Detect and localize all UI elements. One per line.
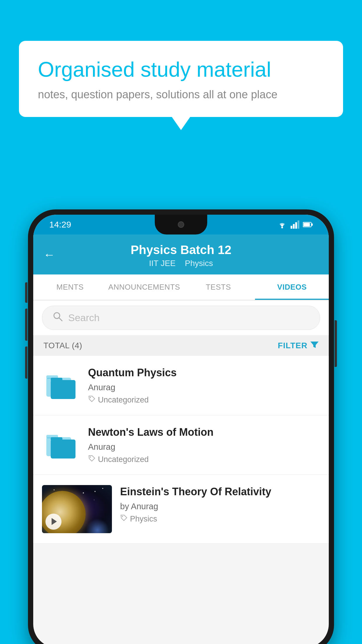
video-info-3: Einstein's Theory Of Relativity by Anura… xyxy=(120,485,320,524)
search-container: Search xyxy=(33,300,329,335)
svg-rect-19 xyxy=(51,437,62,441)
phone-frame: 14:29 xyxy=(28,209,334,644)
list-item[interactable]: Einstein's Theory Of Relativity by Anura… xyxy=(33,475,329,544)
phone-inner: 14:29 xyxy=(33,215,329,644)
video-tag-2: Uncategorized xyxy=(88,455,320,464)
folder-icon-2 xyxy=(45,428,77,461)
search-bar[interactable]: Search xyxy=(42,306,320,330)
svg-rect-4 xyxy=(298,220,299,229)
search-placeholder: Search xyxy=(68,312,100,323)
status-icons xyxy=(277,220,313,229)
tab-announcements[interactable]: ANNOUNCEMENTS xyxy=(107,274,182,300)
folder-thumb-1 xyxy=(42,366,80,404)
wifi-icon xyxy=(277,220,287,229)
header-title: Physics Batch 12 xyxy=(45,243,317,257)
svg-rect-1 xyxy=(291,226,292,229)
camera-dot xyxy=(178,221,184,228)
svg-point-20 xyxy=(90,456,91,458)
svg-rect-7 xyxy=(311,223,313,226)
phone-btn-vol-up xyxy=(25,282,27,303)
signal-icon xyxy=(291,220,299,229)
video-info-1: Quantum Physics Anurag Uncategorized xyxy=(88,366,320,405)
svg-rect-2 xyxy=(293,224,295,229)
status-bar: 14:29 xyxy=(33,215,329,235)
tab-bar: MENTS ANNOUNCEMENTS TESTS VIDEOS xyxy=(33,274,329,300)
tab-tests[interactable]: TESTS xyxy=(182,274,255,300)
app-header: ← Physics Batch 12 IIT JEE Physics xyxy=(33,235,329,274)
svg-rect-18 xyxy=(51,440,75,459)
video-tag-1: Uncategorized xyxy=(88,395,320,405)
tag-icon-3 xyxy=(120,514,128,524)
list-item[interactable]: Newton's Laws of Motion Anurag Uncategor… xyxy=(33,415,329,475)
video-title-1: Quantum Physics xyxy=(88,366,320,380)
list-item[interactable]: Quantum Physics Anurag Uncategorized xyxy=(33,356,329,415)
header-tag-physics: Physics xyxy=(185,259,213,268)
svg-rect-14 xyxy=(51,378,62,381)
back-button[interactable]: ← xyxy=(43,248,55,261)
play-button[interactable] xyxy=(45,514,61,530)
phone-btn-vol-down2 xyxy=(25,346,27,379)
video-author-2: Anurag xyxy=(88,442,320,452)
tab-videos[interactable]: VIDEOS xyxy=(255,274,329,300)
filter-icon xyxy=(310,340,319,351)
bubble-title: Organised study material xyxy=(38,57,324,82)
filter-row: TOTAL (4) FILTER xyxy=(33,335,329,356)
filter-button[interactable]: FILTER xyxy=(278,340,319,351)
video-info-2: Newton's Laws of Motion Anurag Uncategor… xyxy=(88,426,320,464)
svg-point-15 xyxy=(90,397,91,398)
battery-icon xyxy=(303,222,313,228)
header-tag-iitjee: IIT JEE xyxy=(149,259,175,268)
video-list: Quantum Physics Anurag Uncategorized xyxy=(33,356,329,544)
header-subtitle: IIT JEE Physics xyxy=(45,259,317,268)
phone-screen: 14:29 xyxy=(33,215,329,644)
video-title-3: Einstein's Theory Of Relativity xyxy=(120,485,320,499)
play-triangle-icon xyxy=(52,518,57,525)
svg-line-9 xyxy=(59,318,62,321)
video-title-2: Newton's Laws of Motion xyxy=(88,426,320,439)
tag-icon-2 xyxy=(88,455,96,464)
search-icon xyxy=(52,311,63,324)
tag-icon-1 xyxy=(88,395,96,405)
video-author-1: Anurag xyxy=(88,383,320,392)
bubble-subtitle: notes, question papers, solutions all at… xyxy=(38,88,324,101)
folder-icon-1 xyxy=(45,369,77,401)
tab-ments[interactable]: MENTS xyxy=(33,274,107,300)
status-time: 14:29 xyxy=(49,220,71,230)
phone-btn-vol-down1 xyxy=(25,309,27,341)
svg-rect-6 xyxy=(303,223,310,226)
svg-rect-3 xyxy=(295,222,297,229)
svg-marker-10 xyxy=(310,342,319,348)
video-thumbnail-3 xyxy=(42,485,112,533)
notch xyxy=(155,215,207,235)
total-count: TOTAL (4) xyxy=(43,341,82,350)
svg-point-21 xyxy=(122,516,123,517)
folder-thumb-2 xyxy=(42,426,80,463)
svg-point-0 xyxy=(281,227,283,228)
svg-rect-13 xyxy=(51,380,75,399)
speech-bubble: Organised study material notes, question… xyxy=(19,41,343,117)
filter-label: FILTER xyxy=(278,341,307,350)
speech-bubble-container: Organised study material notes, question… xyxy=(19,41,343,117)
phone-btn-power xyxy=(335,320,337,367)
video-tag-3: Physics xyxy=(120,514,320,524)
video-author-3: by Anurag xyxy=(120,502,320,511)
